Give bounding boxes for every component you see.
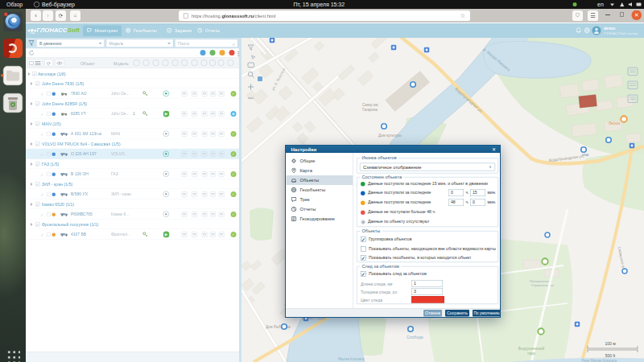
svg-text:500 ft: 500 ft <box>605 353 616 358</box>
svg-text:100 м: 100 м <box>605 341 616 346</box>
svg-text:парк: парк <box>527 352 535 356</box>
svg-text:Дом культуры: Дом культуры <box>378 134 402 138</box>
svg-text:Малая Кокшага: Малая Кокшага <box>338 357 365 361</box>
svg-text:Воздушненский: Воздушненский <box>518 346 545 351</box>
svg-text:Река Малая Кокшага: Река Малая Кокшага <box>582 359 617 362</box>
svg-text:Лесхоз: Лесхоз <box>609 121 620 125</box>
svg-text:Гагарина: Гагарина <box>362 108 378 112</box>
svg-text:Слобода: Слобода <box>407 335 423 339</box>
svg-text:Сквер им.: Сквер им. <box>362 103 379 107</box>
svg-text:НВА: НВА <box>582 153 588 157</box>
